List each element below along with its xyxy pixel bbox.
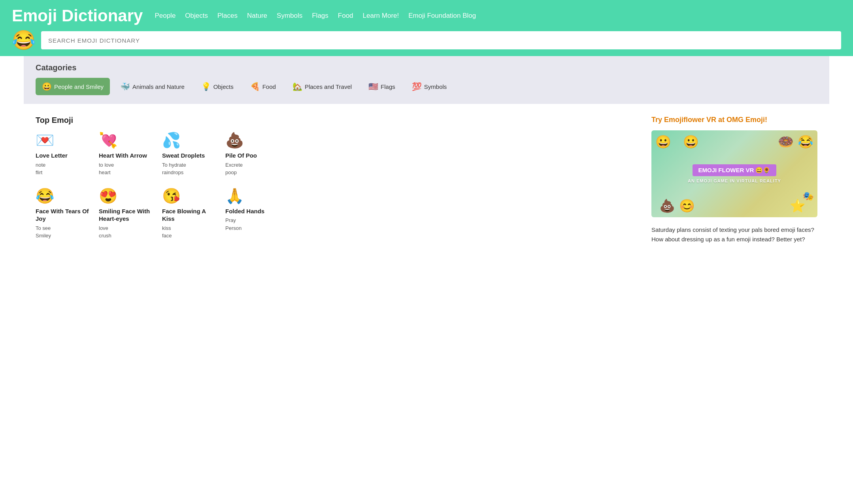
emoji-card-6[interactable]: 😘 Face Blowing A Kiss kissface bbox=[162, 188, 217, 240]
category-emoji-4: 🏡 bbox=[293, 82, 302, 91]
emoji-tags-1: to loveheart bbox=[99, 161, 154, 177]
search-bar-container: 😂 bbox=[12, 31, 841, 50]
emoji-tags-2: To hydrateraindrops bbox=[162, 161, 217, 177]
nav-link-blog[interactable]: Emoji Foundation Blog bbox=[408, 12, 476, 20]
category-label-3: Food bbox=[262, 83, 276, 90]
emoji-name-1: Heart With Arrow bbox=[99, 152, 154, 160]
emoji-tags-0: noteflirt bbox=[36, 161, 91, 177]
emoji-grid: 💌 Love Letter noteflirt 💘 Heart With Arr… bbox=[36, 133, 636, 240]
emoji-card-1[interactable]: 💘 Heart With Arrow to loveheart bbox=[99, 133, 154, 177]
nav-link-symbols[interactable]: Symbols bbox=[277, 12, 302, 20]
emoji-card-4[interactable]: 😂 Face With Tears Of Joy To seeSmiley bbox=[36, 188, 91, 240]
right-col: Try Emojiflower VR at OMG Emoji! 😀 😀 💩 😊… bbox=[651, 116, 817, 244]
categories-section: Catagories 😀People and Smiley🐳Animals an… bbox=[24, 56, 829, 104]
emoji-tags-6: kissface bbox=[162, 224, 217, 240]
promo-image-content: EMOJI FLOWER VR 😀🌻 AN EMOJI GAME IN VIRT… bbox=[688, 164, 781, 183]
emoji-name-3: Pile Of Poo bbox=[225, 152, 281, 160]
promo-float-emoji-1: 😀 bbox=[655, 134, 671, 149]
category-label-1: Animals and Nature bbox=[132, 83, 185, 90]
promo-float-emoji-5: 🍩 bbox=[778, 134, 794, 149]
category-btn-4[interactable]: 🏡Places and Travel bbox=[286, 78, 358, 95]
category-label-2: Objects bbox=[213, 83, 234, 90]
promo-title: Try Emojiflower VR at OMG Emoji! bbox=[651, 116, 817, 124]
main-nav: PeopleObjectsPlacesNatureSymbolsFlagsFoo… bbox=[155, 12, 476, 20]
category-btn-2[interactable]: 💡Objects bbox=[195, 78, 240, 95]
left-col: Top Emoji 💌 Love Letter noteflirt 💘 Hear… bbox=[36, 116, 636, 244]
category-label-4: Places and Travel bbox=[305, 83, 352, 90]
promo-float-emoji-6: 😂 bbox=[798, 134, 813, 149]
nav-link-objects[interactable]: Objects bbox=[185, 12, 208, 20]
emoji-name-0: Love Letter bbox=[36, 152, 91, 160]
emoji-card-7[interactable]: 🙏 Folded Hands PrayPerson bbox=[225, 188, 281, 240]
emoji-name-4: Face With Tears Of Joy bbox=[36, 207, 91, 223]
emoji-icon-3: 💩 bbox=[225, 133, 281, 148]
promo-float-emoji-8: 🎭 bbox=[803, 191, 813, 201]
emoji-tags-4: To seeSmiley bbox=[36, 224, 91, 240]
category-emoji-6: 💯 bbox=[412, 82, 422, 91]
emoji-name-2: Sweat Droplets bbox=[162, 152, 217, 160]
category-emoji-2: 💡 bbox=[201, 82, 211, 91]
emoji-icon-4: 😂 bbox=[36, 188, 91, 203]
category-label-6: Symbols bbox=[424, 83, 447, 90]
promo-float-emoji-4: 😊 bbox=[679, 198, 695, 213]
category-label-5: Flags bbox=[381, 83, 395, 90]
category-emoji-3: 🍕 bbox=[250, 82, 260, 91]
category-label-0: People and Smiley bbox=[54, 83, 104, 90]
emoji-card-0[interactable]: 💌 Love Letter noteflirt bbox=[36, 133, 91, 177]
top-emoji-title: Top Emoji bbox=[36, 116, 636, 125]
category-btn-1[interactable]: 🐳Animals and Nature bbox=[114, 78, 191, 95]
logo-emoji: 😂 bbox=[12, 31, 36, 50]
emoji-tags-7: PrayPerson bbox=[225, 216, 281, 232]
emoji-name-6: Face Blowing A Kiss bbox=[162, 207, 217, 223]
emoji-icon-1: 💘 bbox=[99, 133, 154, 148]
nav-link-people[interactable]: People bbox=[155, 12, 176, 20]
main-content: Top Emoji 💌 Love Letter noteflirt 💘 Hear… bbox=[0, 104, 853, 256]
promo-float-emoji-2: 😀 bbox=[683, 134, 699, 149]
emoji-card-5[interactable]: 😍 Smiling Face With Heart-eyes lovecrush bbox=[99, 188, 154, 240]
emoji-icon-0: 💌 bbox=[36, 133, 91, 148]
categories-title: Catagories bbox=[36, 63, 817, 72]
category-btn-6[interactable]: 💯Symbols bbox=[406, 78, 453, 95]
emoji-card-3[interactable]: 💩 Pile Of Poo Excretepoop bbox=[225, 133, 281, 177]
promo-float-emoji-3: 💩 bbox=[659, 198, 675, 213]
emoji-tags-5: lovecrush bbox=[99, 224, 154, 240]
promo-desc: Saturday plans consist of texting your p… bbox=[651, 225, 817, 244]
emoji-icon-6: 😘 bbox=[162, 188, 217, 203]
emoji-card-2[interactable]: 💦 Sweat Droplets To hydrateraindrops bbox=[162, 133, 217, 177]
nav-link-flags[interactable]: Flags bbox=[312, 12, 328, 20]
promo-image[interactable]: 😀 😀 💩 😊 🍩 😂 ⭐ 🎭 EMOJI FLOWER VR 😀🌻 AN EM… bbox=[651, 130, 817, 217]
search-input[interactable] bbox=[41, 31, 841, 49]
category-emoji-5: 🇺🇸 bbox=[368, 82, 378, 91]
emoji-name-5: Smiling Face With Heart-eyes bbox=[99, 207, 154, 223]
site-title: Emoji Dictionary bbox=[12, 6, 143, 25]
header-top: Emoji Dictionary PeopleObjectsPlacesNatu… bbox=[12, 6, 841, 25]
category-emoji-0: 😀 bbox=[42, 82, 52, 91]
emoji-icon-7: 🙏 bbox=[225, 188, 281, 203]
emoji-icon-2: 💦 bbox=[162, 133, 217, 148]
category-btn-0[interactable]: 😀People and Smiley bbox=[36, 78, 110, 95]
category-btn-3[interactable]: 🍕Food bbox=[244, 78, 282, 95]
nav-link-nature[interactable]: Nature bbox=[247, 12, 267, 20]
nav-link-places[interactable]: Places bbox=[217, 12, 238, 20]
emoji-icon-5: 😍 bbox=[99, 188, 154, 203]
nav-link-food[interactable]: Food bbox=[338, 12, 353, 20]
category-btn-5[interactable]: 🇺🇸Flags bbox=[362, 78, 402, 95]
emoji-name-7: Folded Hands bbox=[225, 207, 281, 215]
promo-subtitle: AN EMOJI GAME IN VIRTUAL REALITY bbox=[688, 179, 781, 183]
header: Emoji Dictionary PeopleObjectsPlacesNatu… bbox=[0, 0, 853, 56]
categories-list: 😀People and Smiley🐳Animals and Nature💡Ob… bbox=[36, 78, 817, 95]
category-emoji-1: 🐳 bbox=[120, 82, 130, 91]
emoji-tags-3: Excretepoop bbox=[225, 161, 281, 177]
promo-badge: EMOJI FLOWER VR 😀🌻 bbox=[693, 164, 776, 176]
nav-link-learn-more[interactable]: Learn More! bbox=[363, 12, 399, 20]
